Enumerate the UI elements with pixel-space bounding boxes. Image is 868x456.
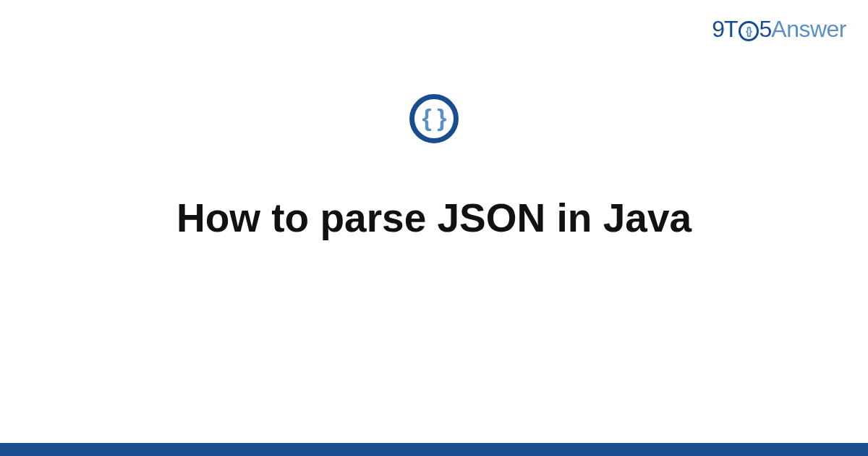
page-title: How to parse JSON in Java bbox=[176, 194, 692, 242]
json-braces-icon: { } bbox=[422, 105, 446, 130]
category-json-icon: { } bbox=[409, 94, 459, 143]
footer-accent-bar bbox=[0, 443, 868, 456]
main-content: { } How to parse JSON in Java bbox=[0, 0, 868, 456]
